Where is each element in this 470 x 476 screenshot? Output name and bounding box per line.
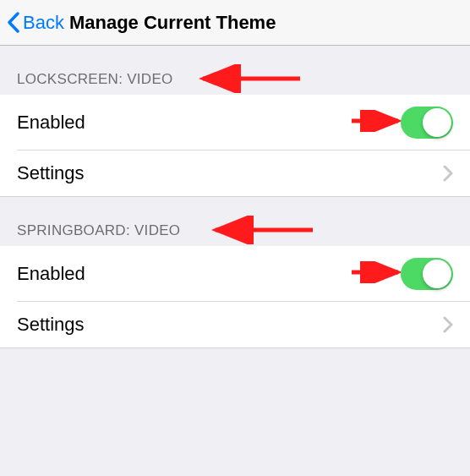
row-lockscreen-settings[interactable]: Settings bbox=[0, 150, 470, 197]
toggle-knob-icon bbox=[423, 260, 451, 288]
annotation-arrow-icon bbox=[207, 216, 317, 244]
section-header-springboard: SPRINGBOARD: VIDEO bbox=[0, 197, 470, 246]
toggle-lockscreen-enabled[interactable] bbox=[401, 107, 453, 139]
chevron-right-icon bbox=[443, 165, 453, 182]
chevron-right-icon bbox=[443, 316, 453, 333]
section-header-label: LOCKSCREEN: VIDEO bbox=[17, 71, 173, 87]
row-springboard-enabled[interactable]: Enabled bbox=[0, 246, 470, 302]
toggle-knob-icon bbox=[423, 108, 451, 137]
page-title: Manage Current Theme bbox=[69, 12, 276, 34]
row-label: Settings bbox=[17, 314, 85, 336]
section-springboard-video: SPRINGBOARD: VIDEO Enabled Settin bbox=[0, 197, 470, 348]
nav-bar: Back Manage Current Theme bbox=[0, 0, 470, 46]
back-label: Back bbox=[23, 12, 64, 34]
section-lockscreen-video: LOCKSCREEN: VIDEO Enabled Setting bbox=[0, 46, 470, 197]
toggle-springboard-enabled[interactable] bbox=[401, 258, 453, 290]
annotation-arrow-icon bbox=[347, 110, 407, 132]
row-lockscreen-enabled[interactable]: Enabled bbox=[0, 95, 470, 150]
row-label: Enabled bbox=[17, 112, 85, 134]
section-header-label: SPRINGBOARD: VIDEO bbox=[17, 222, 180, 238]
row-label: Settings bbox=[17, 162, 85, 184]
annotation-arrow-icon bbox=[194, 64, 304, 93]
row-springboard-settings[interactable]: Settings bbox=[0, 302, 470, 348]
annotation-arrow-icon bbox=[347, 261, 407, 283]
back-chevron-icon bbox=[7, 12, 20, 33]
back-button[interactable]: Back bbox=[7, 12, 64, 34]
section-header-lockscreen: LOCKSCREEN: VIDEO bbox=[0, 46, 470, 95]
row-label: Enabled bbox=[17, 263, 85, 285]
